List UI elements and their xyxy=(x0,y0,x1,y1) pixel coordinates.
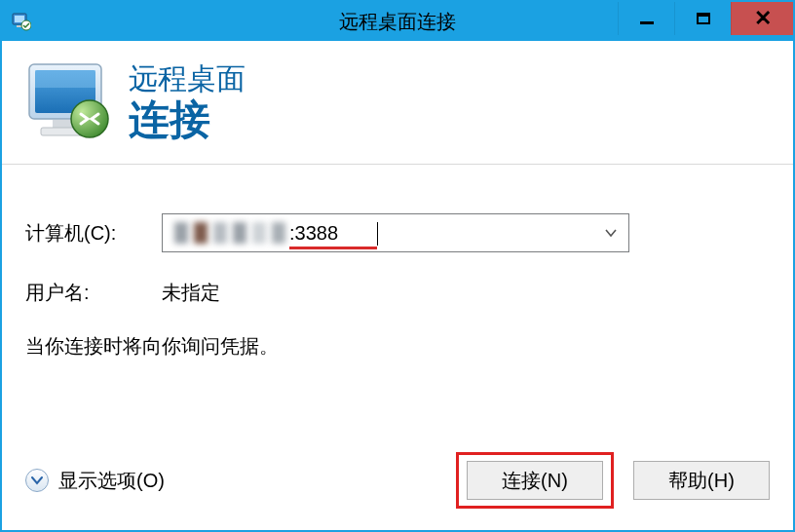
svg-rect-6 xyxy=(35,70,95,88)
header-text: 远程桌面 连接 xyxy=(129,61,246,143)
combo-dropdown-button[interactable] xyxy=(593,214,628,251)
maximize-button[interactable] xyxy=(674,2,731,35)
rdp-window: 远程桌面连接 ✕ xyxy=(0,0,795,532)
computer-label: 计算机(C): xyxy=(25,220,162,247)
computer-row: 计算机(C): xyxy=(25,213,770,252)
window-controls: ✕ xyxy=(618,2,793,35)
computer-combobox[interactable] xyxy=(162,213,629,252)
close-button[interactable]: ✕ xyxy=(731,2,793,35)
username-label: 用户名: xyxy=(25,280,162,306)
header-title-2: 连接 xyxy=(129,96,246,143)
dialog-body: 计算机(C): 用户名: 未指定 xyxy=(2,165,793,360)
connect-button[interactable]: 连接(N) xyxy=(467,461,603,500)
username-row: 用户名: 未指定 xyxy=(25,280,770,306)
computer-input[interactable] xyxy=(163,214,593,251)
header-title-1: 远程桌面 xyxy=(129,61,246,96)
minimize-button[interactable] xyxy=(618,2,674,35)
footer: 显示选项(O) 连接(N) 帮助(H) xyxy=(25,452,770,509)
header: 远程桌面 连接 xyxy=(2,41,793,165)
show-options-toggle[interactable]: 显示选项(O) xyxy=(25,468,165,494)
footer-buttons: 连接(N) 帮助(H) xyxy=(456,452,770,509)
window-title: 远程桌面连接 xyxy=(339,9,456,35)
chevron-down-icon xyxy=(25,469,49,492)
help-button[interactable]: 帮助(H) xyxy=(633,461,770,500)
rdp-titlebar-icon xyxy=(12,12,31,31)
show-options-label: 显示选项(O) xyxy=(58,468,165,494)
credentials-hint: 当你连接时将向你询问凭据。 xyxy=(25,333,770,360)
rdp-header-icon xyxy=(19,58,117,146)
annotation-highlight: 连接(N) xyxy=(456,452,614,509)
username-value: 未指定 xyxy=(162,280,220,306)
titlebar[interactable]: 远程桌面连接 ✕ xyxy=(2,2,793,41)
